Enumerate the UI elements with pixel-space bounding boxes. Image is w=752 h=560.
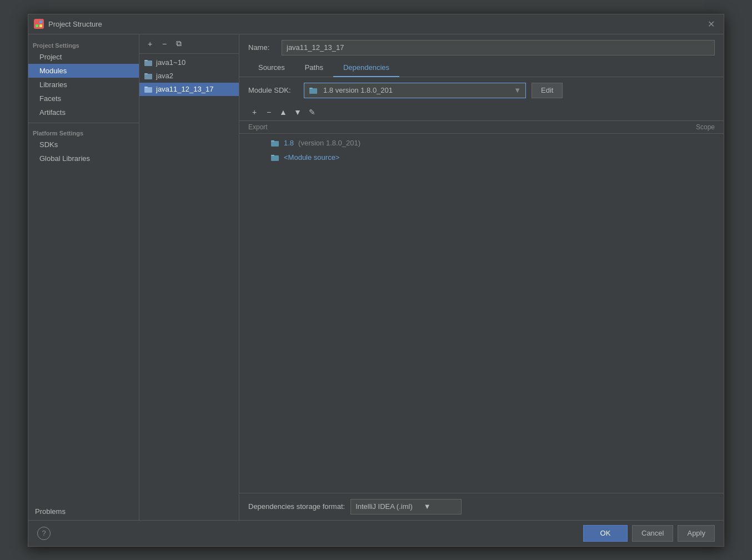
sidebar-item-problems[interactable]: Problems — [28, 503, 139, 520]
sidebar-item-sdks[interactable]: SDKs — [28, 138, 139, 152]
sidebar-item-modules[interactable]: Modules — [28, 64, 139, 78]
add-dep-button[interactable]: + — [248, 106, 260, 118]
dep-toolbar: + − ▲ ▼ ✎ — [239, 104, 724, 121]
sdk-label: Module SDK: — [248, 86, 298, 94]
format-label: Dependencies storage format: — [248, 502, 345, 511]
svg-rect-10 — [309, 88, 317, 94]
dep-item-module-source[interactable]: <Module source> — [239, 150, 724, 165]
dep-list: 1.8 (version 1.8.0_201) <Module source> — [239, 134, 724, 493]
sdk-select[interactable]: 1.8 version 1.8.0_201 ▼ — [304, 83, 526, 98]
remove-module-button[interactable]: − — [158, 38, 171, 50]
app-icon — [34, 19, 44, 29]
sdk-folder-icon — [309, 86, 318, 95]
svg-rect-6 — [144, 74, 152, 79]
svg-rect-7 — [144, 73, 148, 74]
module-folder-icon-active — [144, 85, 153, 94]
dep-module-source-name: <Module source> — [284, 153, 339, 162]
dep-item-jdk[interactable]: 1.8 (version 1.8.0_201) — [239, 136, 724, 150]
sidebar-item-global-libraries[interactable]: Global Libraries — [28, 152, 139, 165]
edit-dep-button[interactable]: ✎ — [306, 106, 318, 118]
move-down-dep-button[interactable]: ▼ — [292, 106, 304, 118]
format-row: Dependencies storage format: IntelliJ ID… — [239, 493, 724, 520]
name-label: Name: — [248, 43, 276, 52]
svg-rect-14 — [271, 155, 279, 161]
ok-button[interactable]: OK — [583, 525, 628, 542]
svg-rect-15 — [271, 155, 274, 156]
sidebar-item-libraries[interactable]: Libraries — [28, 78, 139, 92]
module-panel: + − ⧉ java1~10 java2 — [139, 34, 239, 520]
dialog-footer: ? OK Cancel Apply — [28, 520, 724, 546]
svg-rect-12 — [271, 141, 279, 147]
module-list: java1~10 java2 java11_12_13_17 — [139, 54, 239, 520]
dep-jdk-name: 1.8 — [284, 139, 294, 147]
module-folder-icon — [144, 72, 153, 80]
remove-dep-button[interactable]: − — [263, 106, 275, 118]
svg-rect-1 — [39, 21, 42, 23]
copy-module-button[interactable]: ⧉ — [173, 38, 185, 50]
add-module-button[interactable]: + — [144, 38, 156, 50]
dialog-body: Project Settings Project Modules Librari… — [28, 34, 724, 520]
dep-header-scope: Scope — [670, 123, 715, 131]
edit-sdk-button[interactable]: Edit — [532, 83, 563, 98]
sidebar-divider — [28, 123, 139, 123]
tab-sources[interactable]: Sources — [248, 59, 295, 77]
dep-table-header: Export Scope — [239, 121, 724, 134]
sdk-row: Module SDK: 1.8 version 1.8.0_201 ▼ Edit — [239, 77, 724, 104]
sidebar-item-facets[interactable]: Facets — [28, 92, 139, 105]
dialog-title: Project Structure — [48, 20, 704, 28]
cancel-button[interactable]: Cancel — [632, 525, 673, 542]
svg-rect-9 — [144, 87, 148, 88]
jdk-folder-icon — [270, 139, 279, 148]
platform-settings-label: Platform Settings — [28, 127, 139, 138]
name-row: Name: — [239, 34, 724, 59]
sidebar-item-project[interactable]: Project — [28, 50, 139, 64]
module-toolbar: + − ⧉ — [139, 34, 239, 54]
close-button[interactable]: ✕ — [704, 18, 718, 31]
name-input[interactable] — [282, 40, 715, 56]
help-button[interactable]: ? — [37, 527, 51, 540]
svg-rect-5 — [144, 60, 148, 61]
tab-paths[interactable]: Paths — [295, 59, 333, 77]
apply-button[interactable]: Apply — [678, 525, 715, 542]
svg-rect-3 — [39, 24, 42, 27]
module-item-java11-12-13-17[interactable]: java11_12_13_17 — [139, 83, 239, 96]
sdk-dropdown-arrow: ▼ — [514, 86, 521, 94]
dep-header-export: Export — [248, 123, 282, 131]
format-select[interactable]: IntelliJ IDEA (.iml) ▼ — [350, 499, 462, 514]
svg-rect-4 — [144, 60, 152, 66]
sidebar-item-artifacts[interactable]: Artifacts — [28, 105, 139, 119]
sdk-value: 1.8 version 1.8.0_201 — [323, 86, 510, 94]
module-item-java2[interactable]: java2 — [139, 69, 239, 83]
svg-rect-0 — [36, 21, 38, 23]
sidebar: Project Settings Project Modules Librari… — [28, 34, 139, 520]
module-folder-icon — [144, 58, 153, 67]
tabs-row: Sources Paths Dependencies — [239, 59, 724, 77]
module-source-icon — [270, 153, 279, 162]
module-item-java1-10[interactable]: java1~10 — [139, 56, 239, 69]
project-settings-label: Project Settings — [28, 39, 139, 50]
svg-rect-8 — [144, 87, 152, 93]
title-bar: Project Structure ✕ — [28, 14, 724, 34]
move-up-dep-button[interactable]: ▲ — [277, 106, 289, 118]
svg-rect-2 — [36, 24, 38, 27]
project-structure-dialog: Project Structure ✕ Project Settings Pro… — [28, 14, 724, 547]
svg-rect-11 — [309, 88, 313, 89]
tab-dependencies[interactable]: Dependencies — [333, 59, 399, 77]
main-content: Name: Sources Paths Dependencies Module … — [239, 34, 724, 520]
dep-jdk-detail: (version 1.8.0_201) — [298, 139, 360, 147]
svg-rect-13 — [271, 140, 274, 142]
